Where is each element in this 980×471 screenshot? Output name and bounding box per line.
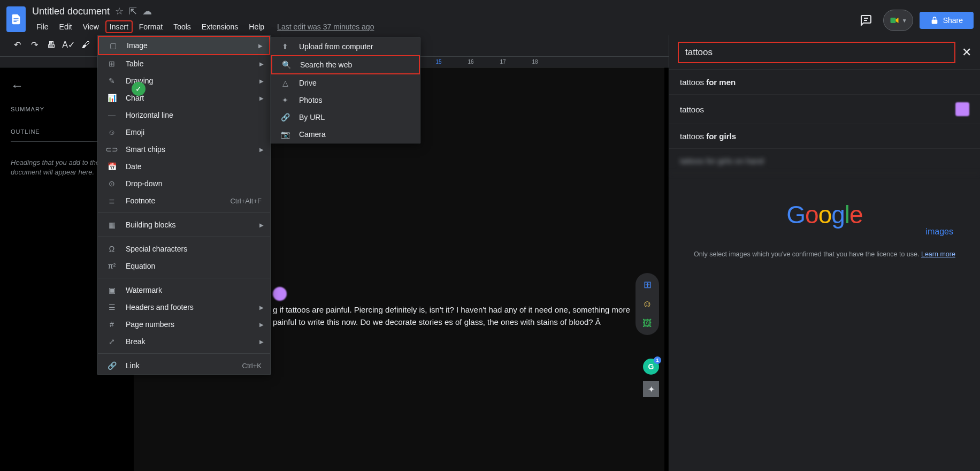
- docs-logo-icon[interactable]: [6, 6, 26, 32]
- watermark-icon: ▣: [106, 286, 117, 294]
- chevron-right-icon: ▶: [259, 322, 264, 328]
- learn-more-link[interactable]: Learn more: [921, 250, 955, 258]
- camera-icon: 📷: [280, 130, 290, 139]
- svg-rect-5: [890, 18, 895, 23]
- last-edit-link[interactable]: Last edit was 37 minutes ago: [277, 22, 374, 31]
- insert-item-drawing[interactable]: ✎Drawing▶: [98, 72, 270, 89]
- collaborator-avatar: [273, 287, 287, 301]
- emoji-icon: ☺: [106, 128, 117, 136]
- chips-icon: ⊂⊃: [106, 145, 117, 154]
- menu-help[interactable]: Help: [244, 20, 269, 33]
- insert-item-footnote[interactable]: ≣FootnoteCtrl+Alt+F: [98, 192, 270, 209]
- star-icon[interactable]: ☆: [115, 5, 124, 17]
- image-icon: ▢: [108, 41, 118, 50]
- side-action-rail: ⊞ ☺ 🖼: [636, 273, 659, 335]
- menu-edit[interactable]: Edit: [55, 20, 76, 33]
- insert-item-building-blocks[interactable]: ▦Building blocks▶: [98, 216, 270, 233]
- insert-item-link[interactable]: 🔗LinkCtrl+K: [98, 357, 270, 374]
- insert-item-image[interactable]: ▢Image▶: [98, 36, 270, 55]
- table-icon: ⊞: [106, 59, 117, 68]
- svg-rect-1: [13, 20, 18, 20]
- link-icon: 🔗: [106, 361, 117, 370]
- link-icon: 🔗: [280, 113, 290, 121]
- image-item-by-url[interactable]: 🔗By URL: [271, 109, 420, 126]
- insert-item-emoji[interactable]: ☺Emoji: [98, 124, 270, 141]
- suggestion-row[interactable]: tattoos for girls on hand: [669, 149, 980, 173]
- google-logo: Google: [691, 200, 959, 229]
- insert-item-drop-down[interactable]: ⊙Drop-down: [98, 175, 270, 192]
- comments-history-icon[interactable]: [855, 10, 877, 31]
- menu-file[interactable]: File: [32, 20, 53, 33]
- cloud-icon[interactable]: ☁: [142, 5, 152, 17]
- menu-extensions[interactable]: Extensions: [197, 20, 242, 33]
- menu-view[interactable]: View: [79, 20, 103, 33]
- search-icon: 🔍: [281, 60, 292, 69]
- image-item-drive[interactable]: △Drive: [271, 74, 420, 92]
- meet-button[interactable]: ▼: [883, 10, 913, 31]
- redo-icon[interactable]: ↷: [28, 39, 41, 51]
- chart-icon: 📊: [106, 94, 117, 102]
- check-badge-icon: ✓: [132, 82, 146, 96]
- image-item-search-the-web[interactable]: 🔍Search the web: [271, 55, 420, 74]
- chevron-right-icon: ▶: [258, 43, 263, 49]
- share-button[interactable]: Share: [920, 12, 974, 29]
- drive-icon: △: [280, 79, 290, 87]
- insert-item-chart[interactable]: 📊Chart▶: [98, 89, 270, 107]
- spellcheck-icon[interactable]: A✓: [62, 39, 75, 51]
- search-input[interactable]: [678, 42, 955, 63]
- photos-icon: ✦: [280, 96, 290, 104]
- close-icon[interactable]: ✕: [962, 45, 971, 59]
- image-submenu: ⬆Upload from computer🔍Search the web△Dri…: [271, 37, 420, 143]
- insert-item-page-numbers[interactable]: #Page numbers▶: [98, 316, 270, 333]
- svg-rect-0: [13, 18, 18, 19]
- chevron-right-icon: ▶: [259, 339, 264, 345]
- licence-notice: Only select images which you've confirme…: [691, 249, 959, 260]
- share-label: Share: [943, 16, 963, 25]
- suggestion-row[interactable]: tattoos for men: [669, 70, 980, 95]
- menu-format[interactable]: Format: [135, 20, 167, 33]
- document-title[interactable]: Untitled document: [32, 6, 110, 17]
- insert-item-watermark[interactable]: ▣Watermark: [98, 282, 270, 299]
- menu-insert[interactable]: Insert: [105, 20, 133, 33]
- suggestion-row[interactable]: tattoos: [669, 95, 980, 124]
- image-item-photos[interactable]: ✦Photos: [271, 92, 420, 109]
- paint-format-icon[interactable]: 🖌: [79, 39, 92, 51]
- chevron-right-icon: ▶: [259, 78, 264, 84]
- search-web-panel: ✕ tattoos for mentattoostattoos for girl…: [669, 35, 980, 471]
- suggest-edits-icon[interactable]: 🖼: [640, 316, 655, 331]
- document-text[interactable]: g if tattoos are painful. Piercing defin…: [273, 304, 647, 328]
- insert-item-smart-chips[interactable]: ⊂⊃Smart chips▶: [98, 141, 270, 158]
- search-suggestions: tattoos for mentattoostattoos for girlst…: [669, 70, 980, 173]
- footnote-icon: ≣: [106, 196, 117, 205]
- suggestion-row[interactable]: tattoos for girls: [669, 124, 980, 149]
- grammarly-badge: 1: [654, 356, 661, 364]
- omega-icon: Ω: [106, 245, 117, 253]
- grammarly-icon[interactable]: G1: [643, 359, 659, 375]
- chevron-right-icon: ▶: [259, 147, 264, 153]
- chevron-right-icon: ▶: [259, 222, 264, 228]
- insert-dropdown: ▢Image▶⊞Table▶✎Drawing▶📊Chart▶—Horizonta…: [97, 35, 271, 375]
- print-icon[interactable]: 🖶: [45, 39, 58, 51]
- hash-icon: #: [106, 320, 117, 329]
- chevron-right-icon: ▶: [259, 61, 264, 67]
- insert-item-date[interactable]: 📅Date: [98, 158, 270, 175]
- insert-item-table[interactable]: ⊞Table▶: [98, 55, 270, 72]
- add-comment-icon[interactable]: ⊞: [640, 277, 655, 292]
- image-item-upload-from-computer[interactable]: ⬆Upload from computer: [271, 38, 420, 55]
- insert-item-special-characters[interactable]: ΩSpecial characters: [98, 240, 270, 257]
- image-item-camera[interactable]: 📷Camera: [271, 126, 420, 143]
- insert-item-horizontal-line[interactable]: —Horizontal line: [98, 107, 270, 124]
- undo-icon[interactable]: ↶: [11, 39, 24, 51]
- insert-item-equation[interactable]: π²Equation: [98, 257, 270, 275]
- chevron-right-icon: ▶: [259, 305, 264, 310]
- google-images-section: Google images Only select images which y…: [669, 173, 980, 270]
- explore-icon[interactable]: ✦: [643, 381, 659, 397]
- move-icon[interactable]: ⇱: [129, 5, 137, 17]
- suggestion-thumbnail: [955, 102, 969, 116]
- app-header: Untitled document ☆ ⇱ ☁ File Edit View I…: [0, 0, 980, 33]
- insert-item-break[interactable]: ⤢Break▶: [98, 333, 270, 350]
- upload-icon: ⬆: [280, 42, 290, 51]
- emoji-reaction-icon[interactable]: ☺: [640, 297, 655, 312]
- menu-tools[interactable]: Tools: [169, 20, 195, 33]
- insert-item-headers-and-footers[interactable]: ☰Headers and footers▶: [98, 299, 270, 316]
